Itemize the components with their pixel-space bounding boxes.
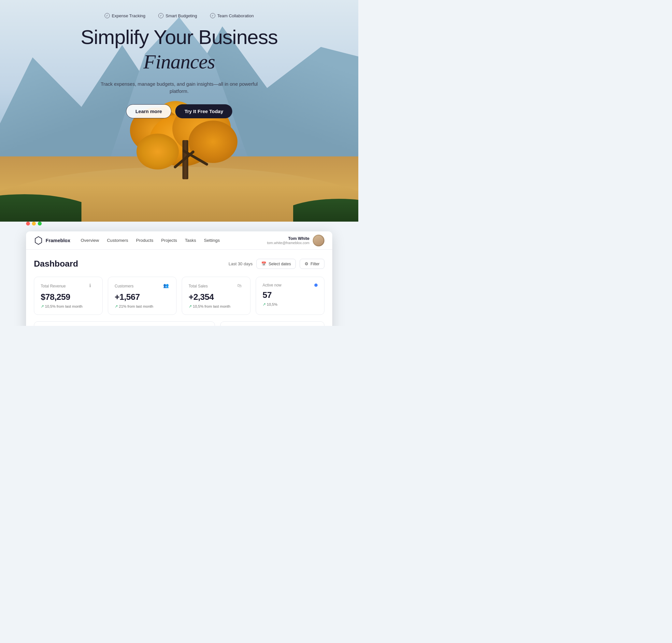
recent-sales-card: Recent sales David Miller Today, 10:34 $… — [220, 322, 324, 326]
nav-link-products[interactable]: Products — [136, 238, 153, 243]
stat-trend: ↗ 10,5% — [263, 302, 318, 307]
stat-trend: ↗ 10,5% from last month — [189, 304, 244, 308]
logo-text: Frameblox — [46, 238, 70, 243]
nav-link-customers[interactable]: Customers — [107, 238, 128, 243]
close-dot[interactable] — [26, 222, 30, 226]
info-circle-icon: ℹ — [89, 283, 96, 289]
select-dates-label: Select dates — [269, 262, 291, 266]
nav-user-email: tom.white@frameblox.com — [267, 241, 309, 245]
stat-label: Total Sales — [189, 284, 208, 288]
nav-user-name: Tom White — [267, 236, 309, 241]
hero-title-line2: Finances — [143, 50, 215, 74]
trend-up-icon: ↗ — [263, 302, 266, 307]
stat-card-header: Total Revenue ℹ — [41, 283, 96, 289]
nav-link-tasks[interactable]: Tasks — [185, 238, 196, 243]
hero-title-line1: Simplify Your Business — [80, 26, 277, 48]
canopy-blob — [136, 134, 179, 169]
try-free-button[interactable]: Try It Free Today — [175, 104, 232, 118]
dashboard-title: Dashboard — [34, 259, 78, 269]
stat-value: +2,354 — [189, 292, 244, 302]
trend-text: 10,5% — [267, 302, 277, 306]
check-icon: ✓ — [104, 13, 110, 18]
feature-expense-tracking: ✓ Expense Tracking — [104, 13, 145, 18]
app-window: Frameblox Overview Customers Products Pr… — [26, 231, 332, 326]
nav-links: Overview Customers Products Projects Tas… — [81, 238, 267, 243]
stat-trend: ↗ 10,5% from last month — [41, 304, 96, 308]
calendar-icon: 📅 — [261, 262, 266, 266]
feature-label: Smart Budgeting — [165, 13, 197, 18]
select-dates-button[interactable]: 📅 Select dates — [256, 259, 296, 269]
hero-subtitle: Track expenses, manage budgets, and gain… — [98, 81, 261, 95]
hero-features: ✓ Expense Tracking ✓ Smart Budgeting ✓ T… — [104, 13, 254, 18]
feature-label: Expense Tracking — [112, 13, 145, 18]
feature-team-collaboration: ✓ Team Collaboration — [210, 13, 254, 18]
filter-icon: ⚙ — [304, 262, 309, 266]
avatar-face — [314, 235, 323, 245]
nav-user-info: Tom White tom.white@frameblox.com — [267, 236, 309, 245]
active-dot-icon — [314, 283, 318, 287]
stat-card-header: Customers 👥 — [115, 283, 170, 289]
page-wrapper: ✓ Expense Tracking ✓ Smart Budgeting ✓ T… — [0, 0, 358, 241]
dashboard-actions: Last 30 days 📅 Select dates ⚙ Filter — [229, 259, 324, 269]
nav-link-overview[interactable]: Overview — [81, 238, 99, 243]
bag-icon: 🛍 — [237, 283, 244, 289]
hero-buttons: Learn more Try It Free Today — [126, 104, 233, 118]
stat-label: Customers — [115, 284, 134, 288]
minimize-dot[interactable] — [32, 222, 36, 226]
check-icon: ✓ — [158, 13, 163, 18]
stat-trend: ↗ 21% from last month — [115, 304, 170, 308]
stat-card-header: Total Sales 🛍 — [189, 283, 244, 289]
hero-section: ✓ Expense Tracking ✓ Smart Budgeting ✓ T… — [0, 0, 358, 222]
nav-link-projects[interactable]: Projects — [161, 238, 177, 243]
feature-label: Team Collaboration — [217, 13, 254, 18]
trend-text: 21% from last month — [119, 304, 153, 308]
filter-label: Filter — [310, 262, 320, 266]
dashboard-header: Dashboard Last 30 days 📅 Select dates ⚙ … — [34, 259, 324, 269]
period-label: Last 30 days — [229, 262, 253, 266]
logo-icon — [34, 236, 43, 245]
stat-value: $78,259 — [41, 292, 96, 302]
bottom-row: Overview ↗ 23,5% from last year — [34, 322, 324, 326]
stat-value: 57 — [263, 290, 318, 300]
stat-card-revenue: Total Revenue ℹ $78,259 ↗ 10,5% from las… — [34, 277, 103, 315]
app-navbar: Frameblox Overview Customers Products Pr… — [26, 231, 332, 250]
stat-card-header: Active now — [263, 283, 318, 288]
trend-up-icon: ↗ — [115, 304, 118, 308]
hero-content: ✓ Expense Tracking ✓ Smart Budgeting ✓ T… — [0, 0, 358, 118]
filter-button[interactable]: ⚙ Filter — [300, 259, 324, 269]
check-icon: ✓ — [210, 13, 215, 18]
overview-card: Overview ↗ 23,5% from last year — [34, 322, 215, 326]
dashboard: Dashboard Last 30 days 📅 Select dates ⚙ … — [26, 250, 332, 326]
svg-marker-0 — [35, 236, 42, 244]
stat-card-active: Active now 57 ↗ 10,5% — [256, 277, 324, 315]
stat-card-sales: Total Sales 🛍 +2,354 ↗ 10,5% from last m… — [182, 277, 250, 315]
stat-card-customers: Customers 👥 +1,567 ↗ 21% from last month — [108, 277, 176, 315]
nav-link-settings[interactable]: Settings — [204, 238, 220, 243]
stats-grid: Total Revenue ℹ $78,259 ↗ 10,5% from las… — [34, 277, 324, 315]
users-icon: 👥 — [163, 283, 170, 289]
feature-smart-budgeting: ✓ Smart Budgeting — [158, 13, 197, 18]
stat-label: Total Revenue — [41, 284, 66, 288]
nav-user: Tom White tom.white@frameblox.com — [267, 235, 324, 246]
trend-text: 10,5% from last month — [45, 304, 83, 308]
avatar[interactable] — [313, 235, 324, 246]
trend-up-icon: ↗ — [41, 304, 44, 308]
maximize-dot[interactable] — [38, 222, 42, 226]
learn-more-button[interactable]: Learn more — [126, 104, 172, 118]
app-logo: Frameblox — [34, 236, 70, 245]
trend-text: 10,5% from last month — [193, 304, 230, 308]
stat-label: Active now — [263, 283, 282, 288]
window-chrome — [26, 222, 42, 226]
trend-up-icon: ↗ — [189, 304, 192, 308]
stat-value: +1,567 — [115, 292, 170, 302]
